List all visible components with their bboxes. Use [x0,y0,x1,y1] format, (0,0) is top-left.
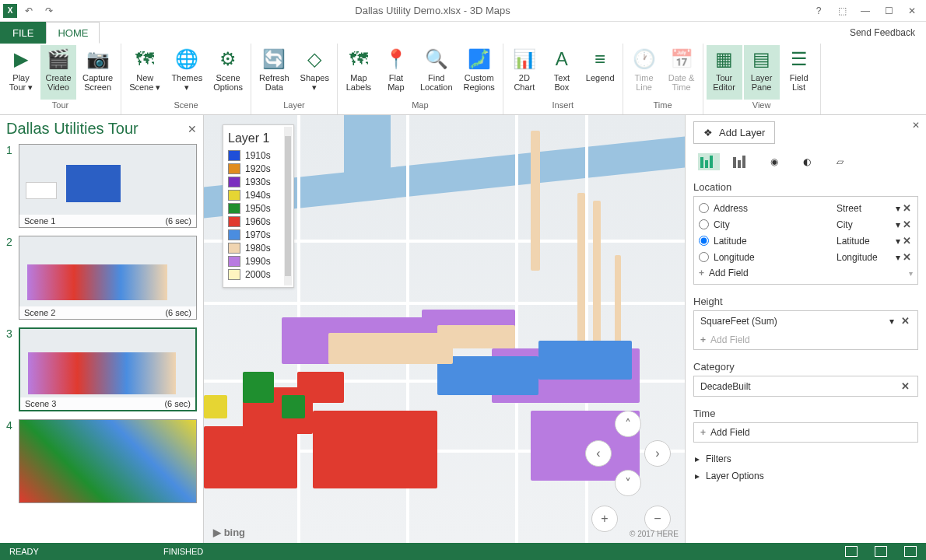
location-field[interactable]: City [714,219,837,230]
plus-icon: + [699,268,704,278]
zoom-out-button[interactable]: − [644,506,671,532]
status-icon-1[interactable] [845,546,858,557]
shapes-button[interactable]: ◇Shapes ▾ [296,45,334,100]
add-layer-button[interactable]: ❖ Add Layer [693,121,775,144]
send-feedback[interactable]: Send Feedback [839,22,926,44]
add-height-field[interactable]: Add Field [710,334,750,345]
ribbon-group-label: Scene [125,100,247,113]
location-field[interactable]: Latitude [714,236,837,247]
find-location-icon: 🔍 [424,47,449,72]
custom-regions-button[interactable]: 🗾Custom Regions [459,45,500,100]
minimize-button[interactable]: — [854,2,876,19]
close-button[interactable]: ✕ [901,2,923,19]
location-mapping[interactable]: Street ▾ [837,203,900,214]
field-list-button[interactable]: ☰Field List [781,45,817,100]
chevron-down-icon[interactable]: ▾ [909,269,913,278]
status-icon-3[interactable] [904,546,917,557]
scene-thumbnail[interactable]: Scene 3(6 sec) [19,327,197,411]
tilt-down-button[interactable]: ˅ [615,470,641,496]
legend-item: 1970s [228,229,289,240]
location-field[interactable]: Longitude [714,252,837,263]
redo-button[interactable]: ↷ [40,2,58,19]
refresh-data-button[interactable]: 🔄Refresh Data [254,45,294,100]
time-line-button[interactable]: 🕐Time Line [626,45,662,100]
tour-editor-button[interactable]: ▦Tour Editor [707,45,742,100]
map-viewport[interactable]: Layer 1 1910s1920s1930s1940s1950s1960s19… [204,115,685,543]
filters-section[interactable]: ▸ Filters [693,450,918,467]
viz-bubble[interactable]: ◉ [763,153,785,170]
scene-name: Scene 1 [24,216,55,226]
remove-location-field[interactable]: ✕ [900,251,913,263]
tilt-up-button[interactable]: ˄ [615,411,641,437]
remove-category-field[interactable]: ✕ [899,380,911,392]
chevron-down-icon[interactable]: ▾ [889,316,894,327]
close-layer-pane[interactable]: ✕ [912,120,920,131]
2d-chart-button[interactable]: 📊2D Chart [507,45,542,100]
layer-pane-button[interactable]: ▤Layer Pane [744,45,780,100]
text-box-icon: A [549,47,574,72]
viz-stacked-column[interactable] [698,153,720,170]
date-time-button[interactable]: 📅Date & Time [664,45,700,100]
add-location-field[interactable]: Add Field [709,268,749,278]
remove-height-field[interactable]: ✕ [899,315,911,327]
scene-item[interactable]: 4 [6,419,197,503]
location-field[interactable]: Address [714,203,837,214]
find-location-button[interactable]: 🔍Find Location [416,45,458,100]
plus-icon: + [700,427,706,438]
location-radio[interactable] [699,203,709,213]
scene-thumbnail[interactable]: Scene 1(6 sec) [19,144,197,228]
viz-region[interactable]: ▱ [829,153,851,170]
time-label: Time [693,408,918,419]
scene-item[interactable]: 3Scene 3(6 sec) [6,327,197,411]
file-tab[interactable]: FILE [0,22,46,44]
capture-screen-icon: 📷 [86,47,110,72]
close-tour-panel[interactable]: ✕ [188,123,197,135]
scene-options-button[interactable]: ⚙Scene Options [209,45,247,100]
themes-button[interactable]: 🌐Themes ▾ [167,45,207,100]
undo-button[interactable]: ↶ [20,2,37,19]
create-video-button[interactable]: 🎬Create Video [40,45,76,100]
remove-location-field[interactable]: ✕ [900,202,913,214]
add-time-field[interactable]: Add Field [710,427,750,438]
viz-clustered-column[interactable] [731,153,752,170]
map-copyright: © 2017 HERE [630,530,679,538]
legend-button[interactable]: ≡Legend [581,45,619,100]
help-button[interactable]: ? [808,2,830,19]
remove-location-field[interactable]: ✕ [900,219,913,230]
map-legend[interactable]: Layer 1 1910s1920s1930s1940s1950s1960s19… [223,124,294,288]
ribbon-group-label: Time [626,100,700,113]
status-icon-2[interactable] [875,546,887,557]
text-box-button[interactable]: AText Box [544,45,580,100]
legend-swatch [228,150,240,161]
zoom-in-button[interactable]: + [591,506,618,532]
height-field[interactable]: SquareFeet (Sum) [700,316,889,327]
location-radio[interactable] [699,252,709,262]
scene-thumbnail[interactable] [19,419,197,503]
rotate-left-button[interactable]: ‹ [585,440,612,467]
layer-options-section[interactable]: ▸ Layer Options [693,467,918,485]
category-field[interactable]: DecadeBuilt [700,381,899,392]
map-labels-button[interactable]: 🗺Map Labels [341,45,377,100]
legend-scrollbar[interactable] [284,127,292,285]
location-mapping[interactable]: City ▾ [837,219,900,230]
flat-map-icon: 📍 [384,47,409,72]
ribbon-display-button[interactable]: ⬚ [831,2,853,19]
play-tour-button[interactable]: ▶Play Tour ▾ [3,45,39,100]
window-title: Dallas Utility Demo.xlsx - 3D Maps [58,5,808,16]
home-tab[interactable]: HOME [46,22,100,44]
remove-location-field[interactable]: ✕ [900,235,913,247]
viz-heatmap[interactable]: ◐ [796,153,818,170]
rotate-right-button[interactable]: › [644,440,671,467]
capture-screen-button[interactable]: 📷Capture Screen [78,45,118,100]
location-mapping[interactable]: Longitude ▾ [837,252,900,263]
flat-map-button[interactable]: 📍Flat Map [378,45,414,100]
location-radio[interactable] [699,219,709,229]
scene-options-icon: ⚙ [216,47,240,72]
scene-item[interactable]: 2Scene 2(6 sec) [6,236,197,320]
scene-thumbnail[interactable]: Scene 2(6 sec) [19,236,197,320]
location-radio[interactable] [699,236,709,246]
new-scene-button[interactable]: 🗺New Scene ▾ [125,45,165,100]
location-mapping[interactable]: Latitude ▾ [837,236,900,247]
scene-item[interactable]: 1Scene 1(6 sec) [6,144,197,228]
maximize-button[interactable]: ☐ [878,2,900,19]
